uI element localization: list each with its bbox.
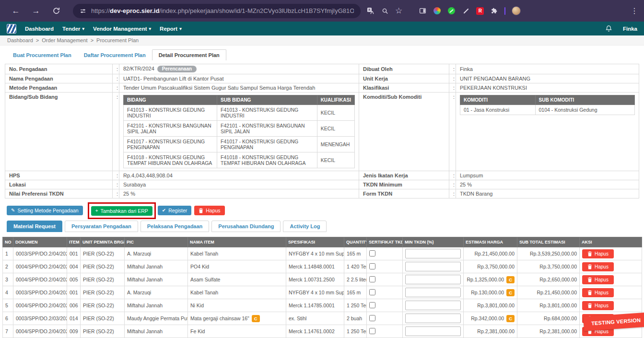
zoom-icon[interactable] <box>381 7 389 15</box>
col-quantity: QUANTITY <box>344 237 367 247</box>
col-dokumen: DOKUMEN <box>13 237 67 247</box>
min-tkdn-cell <box>403 273 464 286</box>
nama-pengadaan-value: UATD1- Pembangunan Lift di Kantor Pusat <box>119 74 359 83</box>
tab-daftar-procurement-plan[interactable]: Daftar Procurement Plan <box>78 50 152 60</box>
field-label: Nama Pengadaan <box>5 74 113 83</box>
site-settings-icon[interactable] <box>80 7 86 15</box>
app-navbar: Dashboard Tender▾ Vendor Management▾ Rep… <box>0 22 644 35</box>
sertifikat-tkdn-checkbox[interactable] <box>369 263 375 269</box>
refresh-price-icon[interactable]: C <box>506 289 515 296</box>
extensions-puzzle-icon[interactable] <box>490 7 498 15</box>
col-no: NO <box>3 237 13 247</box>
table-row: F41013 - KONSTRUKSI GEDUNG INDUSTRI F410… <box>124 105 355 121</box>
register-button[interactable]: ✔ Register <box>158 206 192 215</box>
status-badge: Perencanaan <box>157 66 197 72</box>
hapus-row-button[interactable]: Hapus <box>582 288 614 297</box>
side-panel-extension-icon[interactable] <box>419 7 427 15</box>
aksi-cell: Hapus <box>580 273 642 286</box>
bookmark-star-icon[interactable]: ☆ <box>395 7 402 15</box>
col-nama-item: NAMA ITEM <box>188 237 286 247</box>
edit-icon: ✎ <box>11 208 15 213</box>
lokasi-value: Surabaya <box>119 180 359 189</box>
pen-extension-icon[interactable] <box>462 7 470 15</box>
back-icon[interactable]: ← <box>6 7 26 15</box>
address-bar[interactable]: https://dev-eproc.sier.id/index.php/peke… <box>73 4 361 18</box>
breadcrumb-dashboard[interactable]: Dashboard <box>7 37 33 43</box>
table-row: 4 0003/SPP/DO.2/04/2023 001 PIER (SO-22)… <box>3 286 642 299</box>
caret-down-icon: ▾ <box>179 26 182 31</box>
breadcrumb-order-management[interactable]: Order Management <box>42 37 87 43</box>
color-wheel-extension-icon[interactable] <box>433 7 441 15</box>
aksi-cell: Hapus <box>580 286 642 299</box>
col-min-tkdn: MIN TKDN (%) <box>403 237 464 247</box>
refresh-price-icon[interactable]: C <box>506 276 515 283</box>
tab-pelaksana-pengadaan[interactable]: Pelaksana Pengadaan <box>141 221 210 232</box>
profile-avatar[interactable] <box>512 6 521 15</box>
col-unit-peminta: UNIT PEMINTA BRG/JASA <box>81 237 125 247</box>
hapus-row-button[interactable]: Hapus <box>582 301 614 310</box>
min-tkdn-input[interactable] <box>405 288 461 297</box>
notifications-bell-icon[interactable] <box>605 25 612 32</box>
red-r-extension-icon[interactable]: R <box>476 7 484 15</box>
kualifikasi-header: KUALIFIKASI <box>317 95 354 105</box>
komoditi-value-cell: KOMODITI SUB KOMODITI 01 - Jasa Konstruk… <box>456 93 639 171</box>
tab-detail-procurement-plan[interactable]: Detail Procurement Plan <box>152 49 226 60</box>
browser-menu-icon[interactable]: ⋮ <box>631 7 638 15</box>
hapus-row-button[interactable]: Hapus <box>582 262 614 271</box>
refresh-price-icon[interactable]: C <box>506 315 515 322</box>
user-menu[interactable]: Finka <box>623 26 637 32</box>
table-row: 3 0004/SPP/DO.2/04/2023 005 PIER (SO-22)… <box>3 273 642 286</box>
table-row: 7 0004/SPP/DO.2/04/2023 009 PIER (SO-22)… <box>3 325 642 338</box>
translate-icon[interactable] <box>366 7 375 15</box>
field-label: Form TKDN <box>359 189 449 198</box>
hapus-row-button[interactable]: Hapus <box>582 249 614 258</box>
refresh-icon[interactable] <box>46 7 66 15</box>
tab-buat-procurement-plan[interactable]: Buat Procurement Plan <box>7 50 78 60</box>
klasifikasi-value: PEKERJAAN KONSTRUKSI <box>456 83 639 93</box>
sertifikat-tkdn-checkbox[interactable] <box>369 289 375 295</box>
col-item: ITEM <box>67 237 81 247</box>
nav-tender[interactable]: Tender▾ <box>62 26 84 32</box>
bidang-value-cell: BIDANG SUB BIDANG KUALIFIKASI F41013 - K… <box>119 93 359 171</box>
nama-item-cell: Mata gergaji chainsaw 16"C <box>188 312 286 325</box>
green-extension-icon[interactable] <box>447 7 456 15</box>
col-aksi: AKSI <box>580 237 642 247</box>
nav-dashboard[interactable]: Dashboard <box>25 26 54 32</box>
breadcrumb-separator: > <box>91 37 94 43</box>
sertifikat-tkdn-checkbox[interactable] <box>369 276 375 282</box>
min-tkdn-input[interactable] <box>405 314 461 323</box>
hapus-button[interactable]: Hapus <box>194 206 224 215</box>
sertifikat-tkdn-checkbox[interactable] <box>369 302 375 308</box>
nav-report[interactable]: Report▾ <box>160 26 182 32</box>
min-tkdn-input[interactable] <box>405 275 461 284</box>
breadcrumb-separator: > <box>36 37 39 43</box>
field-label: Metode Pengadaan <box>5 83 113 93</box>
action-buttons-row: ✎ Setting Metode Pengadaan + Tambahkan d… <box>5 203 639 218</box>
refresh-item-icon[interactable]: C <box>252 315 260 322</box>
nav-vendor-management[interactable]: Vendor Management▾ <box>93 26 151 32</box>
hapus-row-button[interactable]: Hapus <box>582 275 614 284</box>
min-tkdn-cell <box>403 286 464 299</box>
min-tkdn-input[interactable] <box>405 249 461 258</box>
forward-icon[interactable]: → <box>26 7 46 15</box>
sertifikat-cell <box>367 312 403 325</box>
min-tkdn-input[interactable] <box>405 301 461 310</box>
form-tkdn-value: TKDN Barang <box>456 189 639 198</box>
sertifikat-tkdn-checkbox[interactable] <box>369 250 375 256</box>
aksi-cell: Hapus <box>580 260 642 273</box>
breadcrumb-procurement-plan[interactable]: Procurement Plan <box>96 37 139 43</box>
sertifikat-tkdn-checkbox[interactable] <box>369 315 375 321</box>
tambahkan-dari-erp-button[interactable]: + Tambahkan dari ERP <box>91 206 152 216</box>
sertifikat-tkdn-checkbox[interactable] <box>369 328 375 334</box>
sier-logo[interactable] <box>7 24 16 34</box>
min-tkdn-input[interactable] <box>405 326 461 336</box>
min-tkdn-input[interactable] <box>405 262 461 271</box>
tab-persyaratan-pengadaan[interactable]: Persyaratan Pengadaan <box>65 221 138 232</box>
tab-material-request[interactable]: Material Request <box>7 221 62 232</box>
tab-perusahaan-diundang[interactable]: Perusahaan Diundang <box>211 221 281 232</box>
field-label: Unit Kerja <box>359 74 449 83</box>
nama-item-cell: Asam Sulfate <box>188 273 286 286</box>
sertifikat-cell <box>367 247 403 260</box>
tab-activity-log[interactable]: Activity Log <box>283 221 327 232</box>
setting-metode-pengadaan-button[interactable]: ✎ Setting Metode Pengadaan <box>7 206 83 215</box>
